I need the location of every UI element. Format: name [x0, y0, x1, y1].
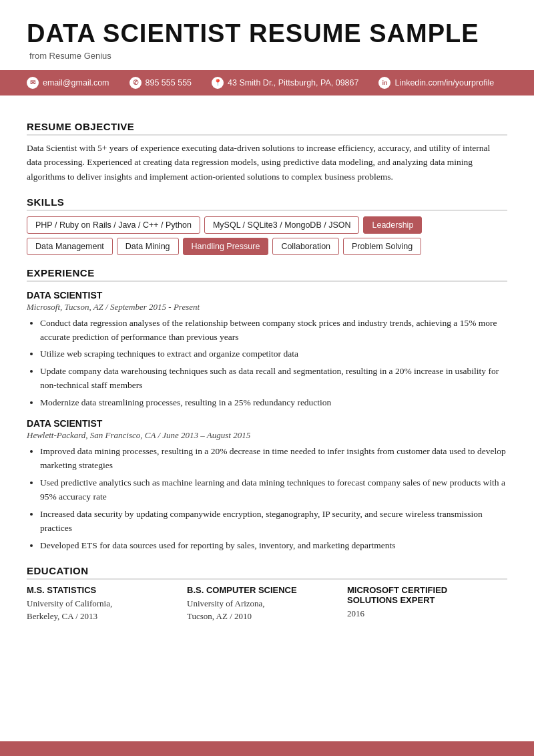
education-title: EDUCATION — [27, 565, 507, 580]
skill-tag: PHP / Ruby on Rails / Java / C++ / Pytho… — [27, 216, 200, 234]
skills-section: SKILLS PHP / Ruby on Rails / Java / C++ … — [27, 196, 507, 255]
bottom-bar — [0, 741, 534, 756]
contact-address: 📍 43 Smith Dr., Pittsburgh, PA, 09867 — [212, 77, 358, 89]
bullet-item: Used predictive analytics such as machin… — [40, 476, 507, 504]
contact-email: ✉ email@gmail.com — [27, 77, 109, 89]
contact-bar: ✉ email@gmail.com ✆ 895 555 555 📍 43 Smi… — [0, 70, 534, 96]
resume-header: DATA SCIENTIST RESUME SAMPLE from Resume… — [0, 0, 534, 70]
location-icon: 📍 — [212, 77, 224, 89]
job-bullets: Improved data mining processes, resultin… — [40, 445, 507, 552]
bullet-item: Improved data mining processes, resultin… — [40, 445, 507, 473]
experience-title: EXPERIENCE — [27, 267, 507, 282]
phone-icon: ✆ — [129, 77, 142, 89]
bullet-item: Update company data warehousing techniqu… — [40, 365, 507, 393]
resume-page: DATA SCIENTIST RESUME SAMPLE from Resume… — [0, 0, 534, 756]
edu-degree: MICROSOFT CERTIFIED SOLUTIONS EXPERT — [347, 585, 494, 605]
skill-tag: MySQL / SQLite3 / MongoDB / JSON — [204, 216, 360, 234]
skills-title: SKILLS — [27, 196, 507, 211]
objective-title: RESUME OBJECTIVE — [27, 121, 507, 136]
objective-text: Data Scientist with 5+ years of experien… — [27, 141, 507, 184]
skill-tag: Problem Solving — [343, 238, 421, 255]
skill-tag: Handling Pressure — [183, 238, 269, 255]
resume-subtitle: from Resume Genius — [29, 51, 507, 61]
edu-item: MICROSOFT CERTIFIED SOLUTIONS EXPERT2016 — [347, 585, 507, 623]
contact-linkedin: in Linkedin.com/in/yourprofile — [378, 77, 494, 89]
edu-item: M.S. STATISTICSUniversity of California,… — [27, 585, 187, 623]
edu-item: B.S. COMPUTER SCIENCEUniversity of Arizo… — [187, 585, 347, 623]
job-meta: Microsoft, Tucson, AZ / September 2015 -… — [27, 302, 507, 313]
job-meta: Hewlett-Packard, San Francisco, CA / Jun… — [27, 430, 507, 441]
edu-detail: University of Arizona, Tucson, AZ / 2010 — [187, 597, 334, 623]
skill-tag: Data Mining — [117, 238, 179, 255]
bullet-item: Conduct data regression analyses of the … — [40, 317, 507, 345]
objective-section: RESUME OBJECTIVE Data Scientist with 5+ … — [27, 121, 507, 184]
job-bullets: Conduct data regression analyses of the … — [40, 317, 507, 411]
edu-detail: University of California, Berkeley, CA /… — [27, 597, 174, 623]
bullet-item: Developed ETS for data sources used for … — [40, 539, 507, 553]
job-title: DATA SCIENTIST — [27, 290, 507, 301]
contact-phone: ✆ 895 555 555 — [129, 77, 192, 89]
bullet-item: Modernize data streamlining processes, r… — [40, 396, 507, 410]
experience-section: EXPERIENCE DATA SCIENTISTMicrosoft, Tucs… — [27, 267, 507, 553]
email-icon: ✉ — [27, 77, 39, 89]
bullet-item: Utilize web scraping techniques to extra… — [40, 347, 507, 361]
skill-tag: Leadership — [363, 216, 422, 234]
edu-degree: B.S. COMPUTER SCIENCE — [187, 585, 334, 595]
skills-tags: PHP / Ruby on Rails / Java / C++ / Pytho… — [27, 216, 507, 255]
job-title: DATA SCIENTIST — [27, 418, 507, 429]
bullet-item: Increased data security by updating comp… — [40, 508, 507, 536]
job-entry: DATA SCIENTISTHewlett-Packard, San Franc… — [27, 418, 507, 552]
resume-body: RESUME OBJECTIVE Data Scientist with 5+ … — [0, 96, 534, 636]
edu-detail: 2016 — [347, 607, 494, 620]
resume-title: DATA SCIENTIST RESUME SAMPLE — [27, 20, 507, 48]
linkedin-icon: in — [378, 77, 390, 89]
skill-tag: Data Management — [27, 238, 113, 255]
job-entry: DATA SCIENTISTMicrosoft, Tucson, AZ / Se… — [27, 290, 507, 411]
edu-degree: M.S. STATISTICS — [27, 585, 174, 595]
jobs-container: DATA SCIENTISTMicrosoft, Tucson, AZ / Se… — [27, 290, 507, 553]
skill-tag: Collaboration — [272, 238, 339, 255]
education-grid: M.S. STATISTICSUniversity of California,… — [27, 585, 507, 623]
education-section: EDUCATION M.S. STATISTICSUniversity of C… — [27, 565, 507, 623]
